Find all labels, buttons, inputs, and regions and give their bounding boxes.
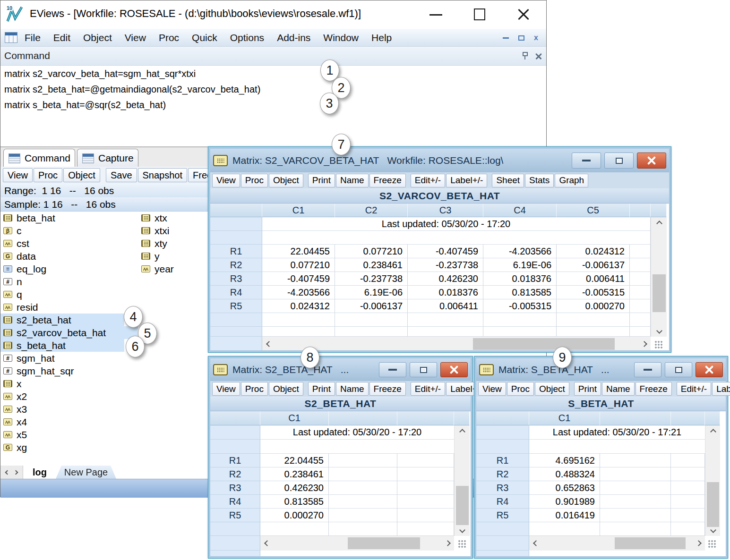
vertical-scrollbar[interactable] bbox=[705, 425, 720, 536]
toolbar-button[interactable]: Object bbox=[535, 382, 569, 396]
workfile-object[interactable]: s2_beta_hat bbox=[0, 314, 208, 326]
toolbar-button[interactable]: Name bbox=[336, 382, 369, 396]
close-button[interactable] bbox=[637, 153, 666, 169]
resize-grip[interactable] bbox=[708, 540, 716, 548]
row-header[interactable]: R1 bbox=[210, 245, 262, 258]
restore-button[interactable] bbox=[665, 362, 692, 377]
workfile-object[interactable]: xty bbox=[138, 237, 216, 250]
row-header[interactable]: R2 bbox=[210, 258, 262, 272]
toolbar-button[interactable]: Freeze bbox=[369, 382, 406, 396]
scroll-down-icon[interactable] bbox=[455, 524, 470, 536]
scroll-down-icon[interactable] bbox=[705, 524, 721, 536]
workfile-object[interactable]: # n bbox=[0, 275, 208, 288]
command-input-area[interactable]: matrix s2_varcov_beta_hat=sgm_hat_sqr*xt… bbox=[0, 66, 546, 147]
workfile-object[interactable]: x4 bbox=[0, 416, 208, 428]
menu-item[interactable]: Object bbox=[83, 32, 112, 43]
row-header[interactable]: R4 bbox=[476, 495, 529, 509]
toolbar-button[interactable]: View bbox=[212, 174, 240, 187]
maximize-icon[interactable] bbox=[474, 8, 485, 20]
workfile-object[interactable]: s_beta_hat bbox=[0, 339, 208, 352]
page-tab-new-page[interactable]: New Page bbox=[56, 466, 116, 479]
workfile-object[interactable]: year bbox=[138, 263, 216, 275]
workfile-object[interactable]: resid bbox=[0, 301, 208, 314]
row-header[interactable]: R2 bbox=[476, 467, 529, 481]
minimize-button[interactable] bbox=[634, 362, 661, 377]
matrix-title-bar[interactable]: Matrix: S_BETA_HAT ... bbox=[476, 358, 726, 381]
restore-button[interactable] bbox=[410, 362, 437, 377]
workfile-object[interactable]: x3 bbox=[0, 403, 208, 416]
toolbar-button[interactable]: Print bbox=[308, 174, 335, 187]
workfile-object[interactable]: xtxi bbox=[138, 224, 216, 237]
scroll-left-icon[interactable] bbox=[260, 536, 274, 551]
scrollbar-thumb[interactable] bbox=[653, 274, 666, 312]
toolbar-button[interactable]: Name bbox=[336, 174, 369, 187]
row-header[interactable]: R3 bbox=[476, 481, 529, 495]
scrollbar-thumb[interactable] bbox=[615, 537, 686, 549]
toolbar-button[interactable]: Edit+/- bbox=[411, 174, 445, 187]
toolbar-button[interactable]: Edit+/- bbox=[411, 382, 445, 396]
toolbar-button[interactable]: Print bbox=[308, 382, 335, 396]
menu-item[interactable]: View bbox=[125, 32, 146, 43]
row-header[interactable]: R4 bbox=[210, 286, 262, 299]
row-header[interactable]: R4 bbox=[210, 495, 260, 509]
scroll-right-icon[interactable] bbox=[692, 536, 705, 551]
toolbar-button[interactable]: Stats bbox=[525, 174, 554, 187]
row-header[interactable]: R5 bbox=[476, 509, 529, 522]
vertical-scrollbar[interactable] bbox=[454, 425, 470, 536]
toolbar-button[interactable]: Edit+/- bbox=[677, 382, 711, 396]
scrollbar-thumb[interactable] bbox=[348, 537, 420, 549]
command-close-icon[interactable] bbox=[535, 52, 542, 60]
scrollbar-thumb[interactable] bbox=[707, 482, 719, 527]
restore-button[interactable] bbox=[604, 153, 634, 169]
scrollbar-thumb[interactable] bbox=[456, 486, 469, 525]
column-header[interactable]: C3 bbox=[408, 204, 483, 217]
vertical-scrollbar[interactable] bbox=[651, 217, 667, 337]
row-header[interactable]: R3 bbox=[210, 481, 260, 495]
minimize-button[interactable] bbox=[572, 153, 601, 169]
menu-item[interactable]: Add-ins bbox=[277, 32, 310, 43]
row-header[interactable]: R1 bbox=[476, 454, 529, 467]
menu-item[interactable]: Proc bbox=[159, 32, 179, 43]
toolbar-button[interactable]: Object bbox=[63, 168, 100, 182]
close-button[interactable] bbox=[696, 362, 723, 377]
menu-item[interactable]: Window bbox=[323, 32, 359, 43]
scroll-right-icon[interactable] bbox=[441, 536, 454, 551]
scroll-up-icon[interactable] bbox=[651, 217, 667, 229]
toolbar-button[interactable]: Proc bbox=[507, 382, 534, 396]
workfile-object[interactable]: # sgm_hat bbox=[0, 352, 208, 365]
workfile-object[interactable]: x5 bbox=[0, 428, 208, 441]
tab-command[interactable]: Command bbox=[3, 149, 75, 167]
scroll-left-icon[interactable] bbox=[262, 337, 275, 350]
column-header[interactable]: C1 bbox=[260, 411, 329, 425]
column-header[interactable]: C1 bbox=[529, 411, 600, 425]
workfile-object[interactable]: q bbox=[0, 288, 208, 301]
toolbar-button[interactable]: Proc bbox=[34, 168, 62, 182]
resize-grip[interactable] bbox=[458, 540, 466, 548]
column-header[interactable]: C2 bbox=[335, 204, 408, 217]
scroll-left-icon[interactable] bbox=[5, 470, 10, 475]
menu-item[interactable]: File bbox=[25, 32, 41, 43]
pin-icon[interactable] bbox=[522, 52, 528, 60]
toolbar-button[interactable]: Print bbox=[574, 382, 601, 396]
toolbar-button[interactable]: Freeze bbox=[369, 174, 406, 187]
mdi-restore-icon[interactable] bbox=[518, 35, 524, 41]
mdi-close-icon[interactable]: x bbox=[534, 34, 538, 42]
page-tab-log[interactable]: log bbox=[24, 466, 55, 479]
matrix-title-bar[interactable]: Matrix: S2_BETA_HAT ... bbox=[210, 358, 471, 381]
row-header[interactable]: R5 bbox=[210, 299, 262, 313]
toolbar-button[interactable]: Label+/- bbox=[446, 174, 487, 187]
scroll-up-icon[interactable] bbox=[455, 425, 470, 438]
column-header[interactable]: C5 bbox=[557, 204, 630, 217]
toolbar-button[interactable]: View bbox=[3, 168, 33, 182]
scroll-right-icon[interactable] bbox=[14, 470, 18, 475]
scrollbar-thumb[interactable] bbox=[473, 338, 615, 350]
close-button[interactable] bbox=[440, 362, 468, 377]
workfile-object[interactable]: # sgm_hat_sqr bbox=[0, 365, 208, 377]
horizontal-scrollbar[interactable] bbox=[529, 536, 705, 551]
row-header[interactable]: R1 bbox=[210, 454, 260, 467]
minimize-button[interactable] bbox=[379, 362, 406, 377]
toolbar-button[interactable]: Object bbox=[269, 174, 303, 187]
matrix-title-bar[interactable]: Matrix: S2_VARCOV_BETA_HAT Workfile: ROS… bbox=[210, 149, 669, 172]
mdi-minimize-icon[interactable] bbox=[503, 37, 509, 39]
row-header[interactable]: R5 bbox=[210, 509, 260, 522]
